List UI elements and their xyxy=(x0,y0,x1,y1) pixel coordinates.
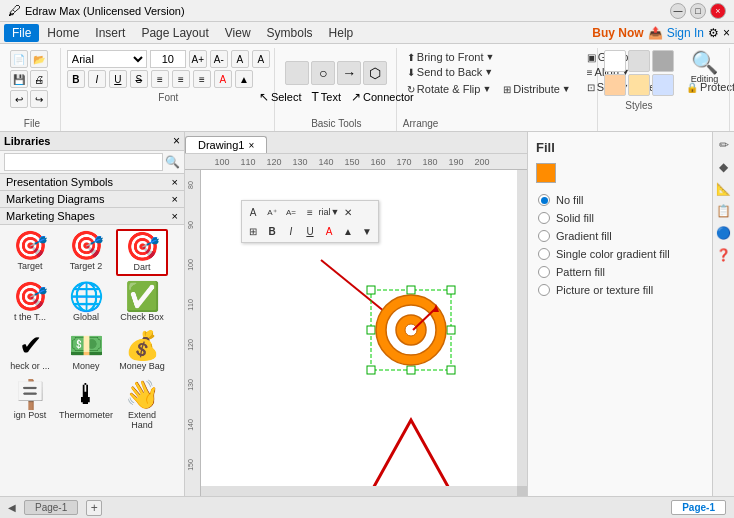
tab-drawing1-close[interactable]: × xyxy=(248,140,254,151)
shape-item-0[interactable]: 🎯 Target xyxy=(4,229,56,276)
style-box-6[interactable] xyxy=(652,74,674,96)
underline-btn[interactable]: U xyxy=(109,70,127,88)
font-size-input[interactable] xyxy=(150,50,186,68)
search-icon[interactable]: 🔍 xyxy=(165,155,180,169)
tool-measure[interactable]: 📐 xyxy=(715,180,733,198)
shape-item-7[interactable]: 💵 Money xyxy=(60,329,112,374)
active-page-tab[interactable]: Page-1 xyxy=(671,500,726,515)
menu-file[interactable]: File xyxy=(4,24,39,42)
fill-radio-4 xyxy=(538,266,550,278)
fill-option-1[interactable]: Solid fill xyxy=(536,209,704,227)
open-btn[interactable]: 📂 xyxy=(30,50,48,68)
fill-color-swatch[interactable] xyxy=(536,163,556,183)
align-left[interactable]: ≡ xyxy=(151,70,169,88)
menu-help[interactable]: Help xyxy=(321,24,362,42)
shape-item-1[interactable]: 🎯 Target 2 xyxy=(60,229,112,276)
shape-more-btn[interactable]: ⬡ xyxy=(363,61,387,85)
shape-item-10[interactable]: 🌡 Thermometer xyxy=(60,378,112,433)
menu-insert[interactable]: Insert xyxy=(87,24,133,42)
shape-item-11[interactable]: 👋 Extend Hand xyxy=(116,378,168,433)
select-btn[interactable]: ↖ Select xyxy=(256,89,305,105)
section-marketing-diagrams-close[interactable]: × xyxy=(172,193,178,205)
bring-front-btn[interactable]: ⬆ Bring to Front ▼ xyxy=(403,50,575,64)
tool-help[interactable]: ❓ xyxy=(715,246,733,264)
shape-item-2[interactable]: 🎯 Dart xyxy=(116,229,168,276)
sidebar-close-btn[interactable]: × xyxy=(173,134,180,148)
canvas[interactable]: A A⁺ A= ≡ rial▼ ✕ ⊞ B I U A ▲ ▼ xyxy=(201,170,517,486)
section-presentation[interactable]: Presentation Symbols × xyxy=(0,174,184,191)
scrollbar-horizontal[interactable] xyxy=(201,486,517,496)
save-btn[interactable]: 💾 xyxy=(10,70,28,88)
svg-rect-18 xyxy=(447,366,455,374)
buy-now-link[interactable]: Buy Now xyxy=(592,26,643,40)
menu-page-layout[interactable]: Page Layout xyxy=(133,24,216,42)
shape-item-6[interactable]: ✔ heck or ... xyxy=(4,329,56,374)
align-right[interactable]: ≡ xyxy=(193,70,211,88)
section-presentation-close[interactable]: × xyxy=(172,176,178,188)
shape-circle-btn[interactable]: ○ xyxy=(311,61,335,85)
shape-arrow-btn[interactable]: → xyxy=(337,61,361,85)
search-input[interactable] xyxy=(4,153,163,171)
new-btn[interactable]: 📄 xyxy=(10,50,28,68)
fill-option-0[interactable]: No fill xyxy=(536,191,704,209)
library-search: 🔍 xyxy=(0,151,184,174)
style-box-1[interactable] xyxy=(604,50,626,72)
section-marketing-shapes-close[interactable]: × xyxy=(172,210,178,222)
fill-option-2[interactable]: Gradient fill xyxy=(536,227,704,245)
fill-option-5[interactable]: Picture or texture fill xyxy=(536,281,704,299)
tool-connect[interactable]: 🔵 xyxy=(715,224,733,242)
tab-drawing1[interactable]: Drawing1 × xyxy=(185,136,267,153)
send-back-btn[interactable]: ⬇ Send to Back ▼ xyxy=(403,65,575,79)
tool-shape[interactable]: ◆ xyxy=(715,158,733,176)
minimize-button[interactable]: — xyxy=(670,3,686,19)
tool-pen[interactable]: ✏ xyxy=(715,136,733,154)
font-name-select[interactable]: Arial xyxy=(67,50,147,68)
align-center[interactable]: ≡ xyxy=(172,70,190,88)
scrollbar-vertical[interactable] xyxy=(517,170,527,486)
shape-item-3[interactable]: 🎯 t the T... xyxy=(4,280,56,325)
shape-rect-btn[interactable] xyxy=(285,61,309,85)
ribbon: 📄 📂 💾 🖨 ↩ ↪ File Arial A+ A- A A B xyxy=(0,44,734,132)
distribute-btn[interactable]: ⊞ Distribute ▼ xyxy=(499,82,574,96)
font-clear[interactable]: A xyxy=(231,50,249,68)
add-page-btn[interactable]: + xyxy=(86,500,102,516)
tool-clipboard[interactable]: 📋 xyxy=(715,202,733,220)
text-btn[interactable]: T Text xyxy=(308,89,344,105)
italic-btn[interactable]: I xyxy=(88,70,106,88)
page-tab-1[interactable]: Page-1 xyxy=(24,500,78,515)
font-color[interactable]: A xyxy=(214,70,232,88)
fill-panel-title: Fill xyxy=(536,140,704,155)
redo-btn[interactable]: ↪ xyxy=(30,90,48,108)
nav-left-btn[interactable]: ◀ xyxy=(8,502,16,513)
undo-btn[interactable]: ↩ xyxy=(10,90,28,108)
highlight[interactable]: ▲ xyxy=(235,70,253,88)
editing-btn[interactable]: 🔍 Editing xyxy=(686,50,722,86)
style-box-2[interactable] xyxy=(628,50,650,72)
shape-item-8[interactable]: 💰 Money Bag xyxy=(116,329,168,374)
section-marketing-diagrams[interactable]: Marketing Diagrams × xyxy=(0,191,184,208)
sign-in-link[interactable]: Sign In xyxy=(667,26,704,40)
style-box-4[interactable] xyxy=(604,74,626,96)
shape-item-5[interactable]: ✅ Check Box xyxy=(116,280,168,325)
print-btn[interactable]: 🖨 xyxy=(30,70,48,88)
rotate-flip-btn[interactable]: ↻ Rotate & Flip ▼ xyxy=(403,82,496,96)
style-box-5[interactable] xyxy=(628,74,650,96)
fill-option-4[interactable]: Pattern fill xyxy=(536,263,704,281)
bold-btn[interactable]: B xyxy=(67,70,85,88)
sidebar-header: Libraries × xyxy=(0,132,184,151)
maximize-button[interactable]: □ xyxy=(690,3,706,19)
menu-home[interactable]: Home xyxy=(39,24,87,42)
font-size-dec[interactable]: A- xyxy=(210,50,228,68)
shape-item-4[interactable]: 🌐 Global xyxy=(60,280,112,325)
ribbon-group-styles-label: Styles xyxy=(625,100,652,111)
strikethrough-btn[interactable]: S xyxy=(130,70,148,88)
editing-label: Editing xyxy=(691,74,719,84)
menu-view[interactable]: View xyxy=(217,24,259,42)
menu-symbols[interactable]: Symbols xyxy=(259,24,321,42)
section-marketing-shapes[interactable]: Marketing Shapes × xyxy=(0,208,184,225)
style-box-3[interactable] xyxy=(652,50,674,72)
fill-option-3[interactable]: Single color gradient fill xyxy=(536,245,704,263)
font-size-inc[interactable]: A+ xyxy=(189,50,207,68)
close-button[interactable]: × xyxy=(710,3,726,19)
shape-item-9[interactable]: 🪧 ign Post xyxy=(4,378,56,433)
